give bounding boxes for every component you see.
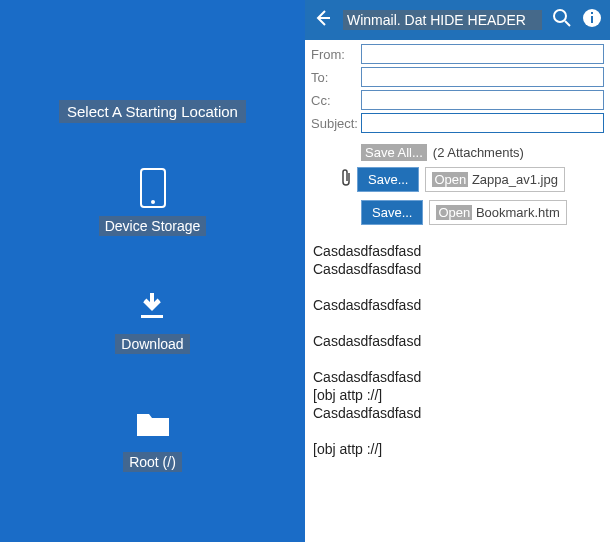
from-input[interactable] <box>361 44 604 64</box>
save-all-button[interactable]: Save All... <box>361 144 427 161</box>
left-panel: Select A Starting Location Device Storag… <box>0 0 305 542</box>
body-line: Casdasdfasdfasd <box>313 369 602 385</box>
svg-rect-9 <box>591 12 593 14</box>
back-icon[interactable] <box>313 8 333 32</box>
open-attachment-button[interactable]: Open Zappa_av1.jpg <box>425 167 564 192</box>
from-row: From: <box>311 44 604 64</box>
from-label: From: <box>311 47 361 62</box>
body-line: Casdasdfasdfasd <box>313 261 602 277</box>
select-location-title: Select A Starting Location <box>59 100 246 123</box>
attachment-filename: Bookmark.htm <box>476 205 560 220</box>
attachment-filename: Zappa_av1.jpg <box>472 172 558 187</box>
location-device-storage[interactable]: Device Storage <box>99 168 207 236</box>
right-panel: Winmail. Dat HIDE HEADER From: To: Cc: S… <box>305 0 610 542</box>
body-line: Casdasdfasdfasd <box>313 405 602 421</box>
save-button[interactable]: Save... <box>357 167 419 192</box>
open-label: Open <box>436 205 472 220</box>
open-attachment-button[interactable]: Open Bookmark.htm <box>429 200 566 225</box>
save-button[interactable]: Save... <box>361 200 423 225</box>
folder-icon <box>133 404 173 444</box>
attachments-header: Save All... (2 Attachments) <box>305 144 610 161</box>
body-line: [obj attp ://] <box>313 441 602 457</box>
search-icon[interactable] <box>552 8 572 32</box>
email-fields: From: To: Cc: Subject: <box>305 40 610 138</box>
email-body: Casdasdfasdfasd Casdasdfasdfasd Casdasdf… <box>305 227 610 475</box>
to-label: To: <box>311 70 361 85</box>
body-line: Casdasdfasdfasd <box>313 297 602 313</box>
subject-row: Subject: <box>311 113 604 133</box>
to-row: To: <box>311 67 604 87</box>
attachment-row: Save... Open Bookmark.htm <box>305 198 610 227</box>
svg-marker-2 <box>143 302 161 311</box>
body-line: [obj attp ://] <box>313 387 602 403</box>
location-label: Device Storage <box>99 216 207 236</box>
body-line: Casdasdfasdfasd <box>313 243 602 259</box>
attachment-row: Save... Open Zappa_av1.jpg <box>305 165 610 194</box>
cc-row: Cc: <box>311 90 604 110</box>
header-bar: Winmail. Dat HIDE HEADER <box>305 0 610 40</box>
info-icon[interactable] <box>582 8 602 32</box>
header-title: Winmail. Dat HIDE HEADER <box>343 10 542 30</box>
cc-label: Cc: <box>311 93 361 108</box>
phone-icon <box>133 168 173 208</box>
cc-input[interactable] <box>361 90 604 110</box>
location-root[interactable]: Root (/) <box>123 404 182 472</box>
location-label: Root (/) <box>123 452 182 472</box>
location-label: Download <box>115 334 189 354</box>
paperclip-icon <box>339 169 353 191</box>
to-input[interactable] <box>361 67 604 87</box>
svg-point-5 <box>554 10 566 22</box>
svg-rect-8 <box>591 16 593 23</box>
subject-label: Subject: <box>311 116 361 131</box>
svg-rect-3 <box>141 315 163 318</box>
download-icon <box>132 286 172 326</box>
location-download[interactable]: Download <box>115 286 189 354</box>
subject-input[interactable] <box>361 113 604 133</box>
attachment-count: (2 Attachments) <box>433 145 524 160</box>
open-label: Open <box>432 172 468 187</box>
body-line: Casdasdfasdfasd <box>313 333 602 349</box>
svg-point-1 <box>151 200 155 204</box>
svg-line-6 <box>565 21 570 26</box>
